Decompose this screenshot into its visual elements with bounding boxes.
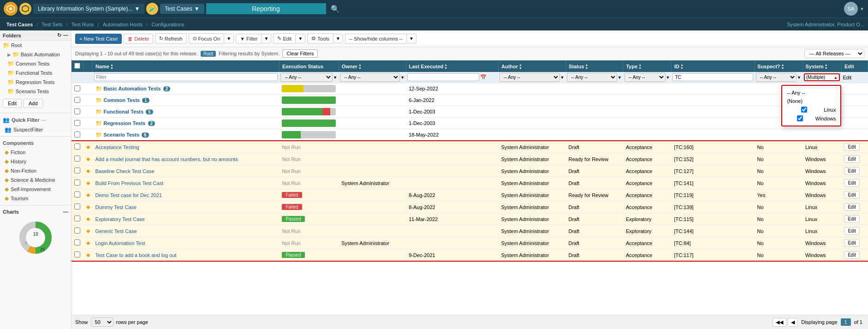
user-avatar[interactable]: SA [844,2,858,16]
user-menu-arrow[interactable]: ▼ [860,6,864,12]
filter-id[interactable] [671,72,754,83]
row-name[interactable]: 📁 Common Tests 1 [93,95,279,106]
system-sort[interactable]: ▲▼ [825,63,828,70]
clear-filters-button[interactable]: Clear Filters [282,49,318,58]
tools-arrow[interactable]: ▼ [333,34,343,43]
first-page-button[interactable]: ◀◀ [773,318,786,327]
folder-basic-automation[interactable]: ▶ 📁 Basic Automation [0,50,71,59]
edit-button[interactable]: Edit [3,99,22,108]
exec-filter-select[interactable]: -- Any -- [280,73,333,82]
row-check[interactable] [71,106,83,118]
testcases-nav[interactable]: Test Cases ▼ [160,4,204,14]
subnav-test-cases[interactable]: Test Cases [4,22,36,27]
windows-checkbox[interactable] [787,115,813,121]
system-option-none[interactable]: (None) [785,97,838,105]
type-filter-select[interactable]: -- Any -- [624,73,666,82]
comp-science[interactable]: ◆ Science & Medicine [0,175,71,185]
select-all-checkbox[interactable] [74,63,80,69]
last-exec-sort[interactable]: ▲▼ [444,63,447,70]
filter-button[interactable]: ▼ Filter [236,34,261,44]
comp-history[interactable]: ◆ History [0,157,71,166]
reporting-nav[interactable]: Reporting [206,3,326,14]
owner-filter-arrow[interactable]: ▼ [400,75,404,80]
row-check[interactable] [71,83,83,95]
edit-main-button[interactable]: ✎ Edit [273,33,295,44]
calendar-icon[interactable]: 📅 [480,74,487,80]
linux-checkbox[interactable] [787,107,821,113]
row-edit-button[interactable]: Edit [844,155,859,163]
comp-non-fiction[interactable]: ◆ Non-Fiction [0,166,71,175]
filter-name[interactable] [93,72,279,83]
subnav-test-runs[interactable]: Test Runs [69,22,97,27]
owner-sort[interactable]: ▲▼ [358,63,362,70]
status-filter-arrow[interactable]: ▼ [618,75,622,80]
row-edit-button[interactable]: Edit [844,191,859,199]
row-edit-button[interactable]: Edit [844,251,859,259]
type-sort[interactable]: ▲▼ [638,63,642,70]
folder-scenario-tests[interactable]: 📁 Scenario Tests [0,87,71,96]
row-name[interactable]: 📁 Regression Tests 2 [93,118,279,129]
filter-arrow[interactable]: ▼ [262,34,272,43]
row-edit-button[interactable]: Edit [844,203,859,211]
comp-fiction[interactable]: ◆ Fiction [0,148,71,157]
add-button[interactable]: Add [24,99,43,108]
comp-self-improvement[interactable]: ◆ Self-Improvement [0,185,71,194]
folders-collapse-icon[interactable]: — [63,32,68,38]
row-edit-button[interactable]: Edit [844,167,859,175]
delete-button[interactable]: 🗑 Delete [124,34,153,44]
folder-regression-tests[interactable]: 📁 Regression Tests [0,78,71,87]
suspect-sort[interactable]: ▲▼ [781,63,785,70]
focus-on-arrow[interactable]: ▼ [224,34,234,43]
module-logo[interactable] [19,3,31,15]
refresh-button[interactable]: ↻ Refresh [155,33,187,44]
row-name[interactable]: 📁 Scenario Tests 6 [93,129,279,141]
author-filter-arrow[interactable]: ▼ [560,75,565,80]
row-edit-button[interactable]: Edit [844,227,859,235]
last-exec-filter-input[interactable] [407,73,479,81]
row-edit-button[interactable]: Edit [844,179,859,187]
folder-root[interactable]: 📁 Root [0,41,71,50]
status-sort[interactable]: ▲▼ [585,63,589,70]
prev-page-button[interactable]: ◀ [788,318,798,327]
row-check[interactable] [71,95,83,106]
subnav-configurations[interactable]: Configurations [149,22,187,27]
subnav-automation-hosts[interactable]: Automation Hosts [100,22,146,27]
show-hide-arrow[interactable]: ▼ [406,34,416,43]
suspect-filter-arrow[interactable]: ▼ [797,75,801,80]
folder-common-tests[interactable]: 📁 Common Tests [0,59,71,68]
row-name[interactable]: 📁 Basic Automation Tests 2 [93,83,279,95]
suspect-filter-select[interactable]: -- Any -- [756,73,797,82]
comp-tourism[interactable]: ◆ Tourism [0,194,71,203]
search-icon[interactable]: 🔍 [328,5,343,13]
folders-refresh-icon[interactable]: ↻ [57,32,61,38]
suspect-filter[interactable]: 👥 SuspectFilter [0,125,71,134]
app-logo[interactable] [4,2,18,16]
row-edit-button[interactable]: Edit [844,143,859,151]
row-check[interactable] [71,129,83,141]
exec-filter-arrow[interactable]: ▼ [333,75,337,80]
row-edit-button[interactable]: Edit [844,215,859,223]
new-test-case-button[interactable]: + New Test Case [75,34,122,44]
qf-collapse[interactable]: — [42,118,46,123]
system-option-windows[interactable]: Windows [785,114,838,123]
project-selector[interactable]: Library Information System (Sample)... ▼ [33,4,144,14]
author-filter-select[interactable]: -- Any -- [499,73,559,82]
name-sort[interactable]: ▲▼ [110,63,113,70]
status-filter-select[interactable]: -- Any -- [567,73,617,82]
id-filter-input[interactable] [672,73,753,81]
system-option-any[interactable]: -- Any -- [785,89,838,97]
author-sort[interactable]: ▲▼ [519,63,522,70]
type-filter-arrow[interactable]: ▼ [666,75,670,80]
owner-filter-select[interactable]: -- Any -- [340,73,400,82]
folder-functional-tests[interactable]: 📁 Functional Tests [0,68,71,78]
edit-arrow[interactable]: ▼ [295,34,305,43]
row-name[interactable]: 📁 Functional Tests 5 [93,106,279,118]
system-filter-toggle[interactable]: ▲ [834,75,838,80]
tools-button[interactable]: ⚙ Tools [307,33,333,44]
system-option-linux[interactable]: Linux [785,105,838,114]
subnav-test-sets[interactable]: Test Sets [39,22,65,27]
show-hide-button[interactable]: -- Show/hide columns -- [345,34,406,44]
id-sort[interactable]: ▲▼ [680,63,684,70]
releases-dropdown[interactable]: --- All Releases --- [804,49,864,58]
root-badge[interactable]: Root [201,51,216,57]
